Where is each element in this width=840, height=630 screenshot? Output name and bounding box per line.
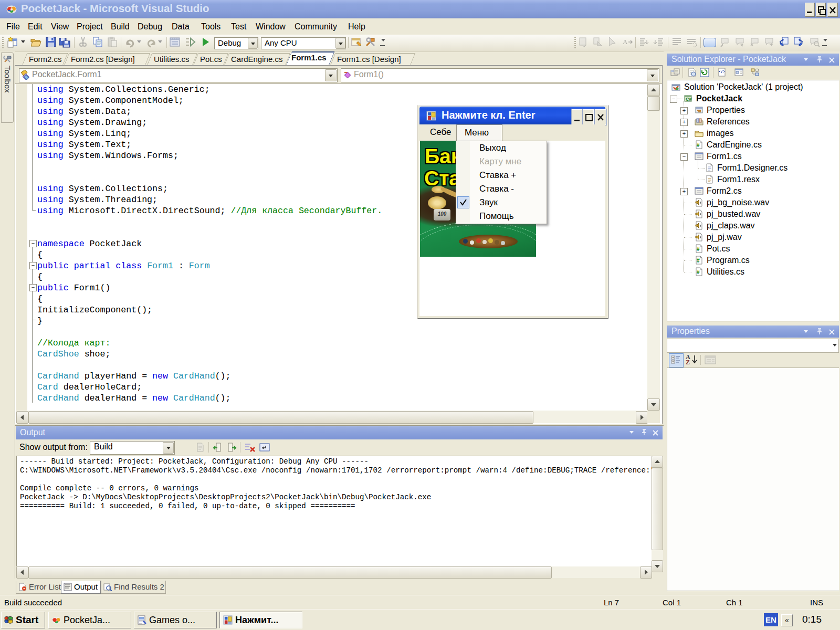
svg-text:A: A [623,38,628,46]
svg-text:C#: C# [686,97,692,102]
svg-text:#: # [697,258,700,264]
svg-text:#: # [697,246,700,252]
svg-text:#: # [697,269,700,275]
svg-text:#: # [697,142,700,148]
